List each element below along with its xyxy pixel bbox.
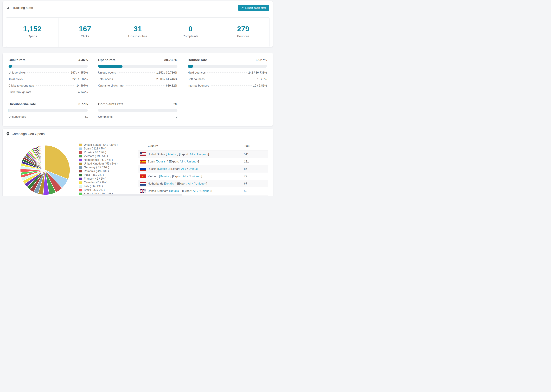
gb-flag-icon bbox=[140, 189, 146, 193]
tracking-stats-title: Tracking stats bbox=[7, 6, 33, 10]
legend-label: Netherlands ( 67 / 4% ) bbox=[84, 158, 113, 161]
stat-label: Unsubscribes bbox=[111, 35, 164, 38]
rate-progress-track bbox=[188, 65, 267, 68]
legend-item-germany[interactable]: Germany ( 55 / 3% ) bbox=[79, 166, 122, 169]
rate-row-value: 689.82% bbox=[166, 84, 177, 87]
legend-item-spain[interactable]: Spain ( 121 / 7% ) bbox=[79, 147, 122, 150]
rate-section-unsubscribe-rate: Unsubscribe rate0.77%Unsubscribes31 bbox=[8, 102, 88, 118]
legend-item-france[interactable]: France ( 42 / 2% ) bbox=[79, 177, 122, 180]
legend-swatch bbox=[79, 174, 82, 176]
legend-label: Spain ( 121 / 7% ) bbox=[84, 147, 106, 150]
details-link[interactable]: Details › bbox=[158, 167, 169, 170]
legend-item-russia[interactable]: Russia ( 86 / 5% ) bbox=[79, 151, 122, 154]
tracking-stats-title-text: Tracking stats bbox=[12, 6, 33, 10]
rate-progress-track bbox=[8, 65, 88, 68]
rate-row-label: Complaints bbox=[98, 115, 113, 118]
rate-row: Complaints0 bbox=[98, 115, 177, 118]
rate-row-value: 2,303 / 61.446% bbox=[156, 77, 177, 81]
rate-row-label: Total clicks bbox=[8, 77, 23, 81]
export-unique-link[interactable]: Unique › bbox=[197, 153, 208, 156]
details-link[interactable]: Details › bbox=[157, 160, 167, 163]
bracket: ] [Export: bbox=[169, 167, 181, 170]
dotted-leader bbox=[35, 85, 75, 86]
export-unique-link[interactable]: Unique › bbox=[190, 175, 201, 178]
legend-item-brazil[interactable]: Brazil ( 33 / 2% ) bbox=[79, 189, 122, 192]
rate-row-label: Hard bounces bbox=[188, 71, 206, 74]
details-link[interactable]: Details › bbox=[167, 153, 177, 156]
legend-item-romania[interactable]: Romania ( 49 / 3% ) bbox=[79, 170, 122, 173]
slash: / bbox=[198, 189, 200, 192]
legend-swatch bbox=[79, 151, 82, 154]
rate-head: Opens rate30.736% bbox=[98, 58, 177, 62]
bottom-scrollbar[interactable] bbox=[82, 194, 182, 196]
rate-section-clicks-rate: Clicks rate4.46%Unique clicks167 / 4.456… bbox=[8, 58, 88, 94]
rate-row-value: 31 bbox=[85, 115, 88, 118]
dotted-leader bbox=[206, 79, 255, 79]
rate-rows: Hard bounces242 / 86.738%Soft bounces18 … bbox=[188, 71, 267, 87]
geo-country-cell: United Kingdom [Details ›] [Export: All … bbox=[138, 187, 243, 195]
geo-total-cell: 55 bbox=[243, 195, 268, 196]
export-unique-link[interactable]: Unique › bbox=[189, 167, 199, 170]
rate-head: Unsubscribe rate0.77% bbox=[8, 102, 88, 106]
geo-table-header-total: Total bbox=[243, 141, 268, 151]
legend-swatch bbox=[79, 177, 82, 180]
legend-item-vietnam[interactable]: Vietnam ( 79 / 5% ) bbox=[79, 155, 122, 158]
rate-title: Clicks rate bbox=[8, 58, 26, 62]
export-all-link[interactable]: All › bbox=[183, 175, 188, 178]
export-unique-link[interactable]: Unique › bbox=[200, 189, 211, 192]
export-unique-link[interactable]: Unique › bbox=[187, 160, 198, 163]
slash: / bbox=[195, 153, 197, 156]
export-icon bbox=[241, 7, 244, 9]
legend-label: United Kingdom ( 59 / 3% ) bbox=[84, 162, 118, 165]
legend-label: United States ( 541 / 31% ) bbox=[84, 143, 118, 147]
rate-title: Complaints rate bbox=[98, 102, 123, 106]
rate-value: 6.927% bbox=[256, 58, 267, 62]
legend-item-united-states[interactable]: United States ( 541 / 31% ) bbox=[79, 143, 122, 147]
rate-row-value: 18 / 0% bbox=[257, 77, 267, 81]
bracket: ] [Export: bbox=[171, 175, 183, 178]
export-all-link[interactable]: All › bbox=[190, 153, 195, 156]
legend-label: France ( 42 / 2% ) bbox=[84, 177, 106, 180]
legend-item-italy[interactable]: Italy ( 36 / 2% ) bbox=[79, 185, 122, 188]
rate-row: Click through rate4.147% bbox=[8, 91, 88, 94]
export-all-link[interactable]: All › bbox=[188, 182, 193, 185]
legend-item-canada[interactable]: Canada ( 40 / 2% ) bbox=[79, 181, 122, 184]
legend-swatch bbox=[79, 192, 82, 195]
rate-row: Hard bounces242 / 86.738% bbox=[188, 71, 267, 74]
rate-value: 0.77% bbox=[78, 102, 88, 106]
stat-value: 1,152 bbox=[6, 25, 58, 33]
stat-box-opens: 1,152Opens bbox=[6, 18, 59, 47]
export-all-link[interactable]: All › bbox=[180, 160, 185, 163]
export-all-link[interactable]: All › bbox=[193, 189, 198, 192]
rate-row-value: 167 / 4.456% bbox=[71, 71, 88, 74]
details-link[interactable]: Details › bbox=[165, 182, 176, 185]
stat-label: Clicks bbox=[59, 35, 111, 38]
geo-total-cell: 541 bbox=[243, 151, 268, 158]
legend-item-india[interactable]: India ( 46 / 3% ) bbox=[79, 173, 122, 176]
bracket: ] [Export: bbox=[181, 189, 193, 192]
rate-head: Clicks rate4.46% bbox=[8, 58, 88, 62]
geo-opens-card: Campaign Geo Opens United States ( 541 /… bbox=[3, 129, 273, 196]
legend-swatch bbox=[79, 159, 82, 161]
details-link[interactable]: Details › bbox=[160, 175, 170, 178]
slash: / bbox=[186, 167, 189, 170]
bracket: ] bbox=[208, 153, 209, 156]
export-basic-stats-button[interactable]: Export basic stats bbox=[238, 5, 269, 11]
stat-value: 167 bbox=[59, 25, 111, 33]
rate-row-label: Unique opens bbox=[98, 71, 116, 74]
export-all-link[interactable]: All › bbox=[181, 167, 186, 170]
country-name: Spain bbox=[148, 160, 156, 163]
geo-country-cell: Spain [Details ›] [Export: All › / Uniqu… bbox=[138, 158, 243, 165]
geo-total-cell: 121 bbox=[243, 158, 268, 165]
legend-item-netherlands[interactable]: Netherlands ( 67 / 4% ) bbox=[79, 158, 122, 161]
country-name: Russia bbox=[148, 167, 157, 170]
legend-item-united-kingdom[interactable]: United Kingdom ( 59 / 3% ) bbox=[79, 162, 122, 165]
legend-swatch bbox=[79, 181, 82, 184]
legend-label: Italy ( 36 / 2% ) bbox=[84, 185, 103, 188]
geo-table: Country Total United States [Details ›] … bbox=[138, 141, 268, 196]
pie-slice-other-67[interactable] bbox=[45, 145, 45, 170]
export-unique-link[interactable]: Unique › bbox=[195, 182, 206, 185]
geo-opens-title-text: Campaign Geo Opens bbox=[12, 132, 45, 136]
details-link[interactable]: Details › bbox=[170, 189, 181, 192]
rate-row-value: 4.147% bbox=[78, 91, 88, 94]
